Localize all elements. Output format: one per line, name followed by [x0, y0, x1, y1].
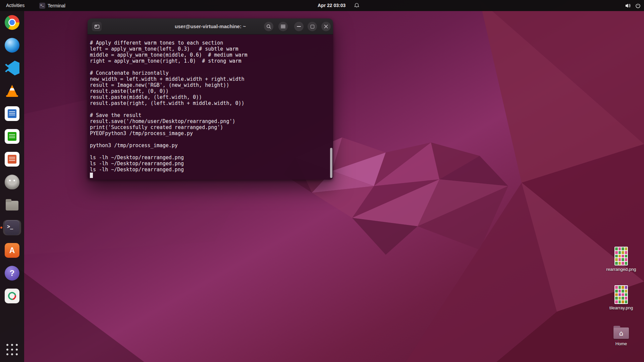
app-grid-icon	[5, 343, 19, 357]
notification-bell-icon[interactable]	[354, 3, 359, 9]
files-icon	[5, 197, 19, 212]
desktop: rearranged.png tilearray.png ⌂ Home user…	[0, 0, 644, 362]
maximize-icon	[311, 25, 314, 28]
power-icon	[635, 3, 641, 8]
desktop-icon-label: Home	[605, 341, 637, 346]
image-thumbnail	[614, 285, 628, 304]
close-button[interactable]	[321, 22, 331, 31]
dock-item-chrome[interactable]	[3, 15, 21, 30]
home-folder-icon: ⌂	[613, 327, 629, 339]
dock-item-grid[interactable]	[3, 342, 21, 357]
dock-item-browser[interactable]	[3, 38, 21, 53]
image-thumbnail	[614, 247, 628, 265]
blue-browser-icon	[5, 38, 19, 53]
volume-icon	[625, 3, 631, 8]
dock-item-writer[interactable]	[3, 106, 21, 121]
libreoffice-impress-icon	[5, 152, 19, 167]
dock-item-updater[interactable]	[3, 288, 21, 304]
vscode-icon	[5, 61, 19, 75]
terminal-output[interactable]: # Apply different warm tones to each sec…	[88, 35, 333, 180]
terminal-cursor	[90, 173, 93, 178]
ubuntu-software-icon: A	[5, 243, 19, 258]
minimize-icon	[297, 26, 301, 27]
desktop-icon-rearranged[interactable]: rearranged.png	[605, 247, 637, 272]
terminal-scrollbar[interactable]	[330, 148, 332, 178]
focused-app-menu[interactable]: >_ Terminal	[39, 0, 65, 11]
system-status-area[interactable]	[625, 0, 641, 11]
desktop-icon-home[interactable]: ⌂ Home	[605, 325, 637, 346]
desktop-icon-tilearray[interactable]: tilearray.png	[605, 285, 637, 310]
close-icon	[324, 24, 328, 28]
gimp-icon	[5, 175, 19, 189]
vlc-icon	[5, 83, 19, 98]
libreoffice-calc-icon	[5, 129, 19, 144]
search-icon	[266, 24, 271, 29]
dock: >_A?	[0, 11, 24, 362]
activities-button[interactable]: Activities	[2, 0, 29, 11]
dock-item-impress[interactable]	[3, 152, 21, 167]
desktop-icon-label: tilearray.png	[605, 305, 637, 310]
dock-item-vlc[interactable]	[3, 83, 21, 99]
search-button[interactable]	[264, 22, 273, 31]
terminal-titlebar[interactable]: user@user-virtual-machine: ~	[88, 18, 333, 35]
menu-button[interactable]	[278, 22, 288, 31]
top-bar: Activities >_ Terminal Apr 22 03:03	[0, 0, 644, 11]
dock-item-terminal[interactable]: >_	[3, 220, 21, 235]
hamburger-icon	[281, 25, 285, 28]
dock-item-vscode[interactable]	[3, 60, 21, 76]
dock-item-software[interactable]: A	[3, 243, 21, 258]
terminal-text: # Apply different warm tones to each sec…	[88, 35, 333, 173]
dock-item-calc[interactable]	[3, 129, 21, 144]
house-icon: ⌂	[613, 327, 629, 339]
libreoffice-writer-icon	[5, 106, 19, 121]
terminal-window: user@user-virtual-machine: ~	[88, 18, 333, 180]
maximize-button[interactable]	[308, 22, 317, 31]
dock-item-help[interactable]: ?	[3, 265, 21, 281]
software-updater-icon	[5, 289, 19, 303]
chrome-icon	[5, 15, 19, 30]
help-icon: ?	[5, 266, 19, 281]
terminal-app-icon: >_	[39, 3, 45, 9]
dock-item-files[interactable]	[3, 197, 21, 213]
desktop-icon-label: rearranged.png	[605, 267, 637, 272]
terminal-icon: >_	[5, 220, 19, 235]
focused-app-label: Terminal	[48, 3, 65, 8]
dock-item-gimp[interactable]	[3, 174, 21, 190]
clock-button[interactable]: Apr 22 03:03	[318, 0, 345, 11]
minimize-button[interactable]	[294, 22, 304, 31]
